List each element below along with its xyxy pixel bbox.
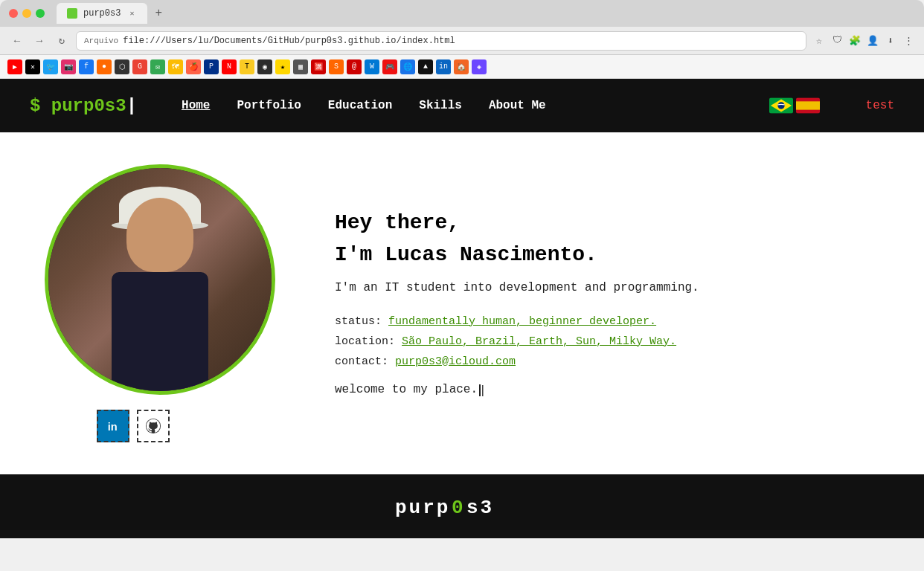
ext-3[interactable]: 🐦 bbox=[43, 59, 58, 74]
extensions-bar: ▶ ✕ 🐦 📷 f ● ⬡ G ✉ 🗺 🍎 P N T ◉ ★ ▦ 🈵 S @ … bbox=[0, 55, 924, 79]
hero-name: I'm Lucas Nascimento. bbox=[335, 243, 879, 266]
welcome-cursor: | bbox=[479, 384, 481, 396]
ext-7[interactable]: ⬡ bbox=[115, 59, 129, 74]
ext-8[interactable]: G bbox=[132, 59, 147, 74]
website-content: $ purp0s3| Home Portfolio Education Skil… bbox=[0, 79, 924, 538]
ext-5[interactable]: f bbox=[79, 59, 94, 74]
ext-4[interactable]: 📷 bbox=[61, 59, 76, 74]
nav-item-portfolio[interactable]: Portfolio bbox=[237, 99, 301, 112]
ext-17[interactable]: ▦ bbox=[293, 59, 308, 74]
refresh-button[interactable]: ↻ bbox=[54, 33, 70, 49]
hero-location: location: São Paulo, Brazil, Earth, Sun,… bbox=[335, 335, 879, 348]
logo-cursor: | bbox=[126, 96, 137, 116]
social-icons: in bbox=[45, 410, 275, 442]
github-icon[interactable] bbox=[137, 410, 170, 442]
tab-close-button[interactable]: ✕ bbox=[126, 8, 137, 19]
svg-text:0: 0 bbox=[452, 497, 466, 519]
brazil-flag[interactable] bbox=[769, 97, 793, 114]
spain-flag[interactable] bbox=[796, 97, 820, 114]
footer-logo: purp 0 s3 bbox=[15, 489, 909, 523]
hero-photo bbox=[45, 164, 275, 395]
ext-26[interactable]: 🏠 bbox=[454, 59, 469, 74]
ext-10[interactable]: 🗺 bbox=[168, 59, 183, 74]
nav-link-home[interactable]: Home bbox=[182, 99, 210, 112]
photo-placeholder bbox=[48, 168, 272, 391]
ext-27[interactable]: ◈ bbox=[472, 59, 487, 74]
ext-13[interactable]: N bbox=[222, 59, 237, 74]
minimize-button[interactable] bbox=[22, 9, 31, 18]
ext-22[interactable]: 🎮 bbox=[382, 59, 397, 74]
head bbox=[126, 198, 193, 272]
traffic-lights bbox=[9, 9, 45, 18]
welcome-text: welcome to my place. bbox=[335, 383, 478, 396]
tab-favicon bbox=[67, 8, 77, 19]
linkedin-icon[interactable]: in bbox=[97, 410, 129, 442]
hero-section: in Hey there, I'm Lucas Nascimento. I'm … bbox=[0, 132, 924, 474]
site-footer: purp 0 s3 bbox=[0, 474, 924, 538]
ext-21[interactable]: W bbox=[365, 59, 379, 74]
nav-item-skills[interactable]: Skills bbox=[419, 99, 462, 112]
nav-item-about[interactable]: About Me bbox=[489, 99, 546, 112]
extensions-icon[interactable]: 🧩 bbox=[848, 34, 862, 48]
nav-item-home[interactable]: Home bbox=[182, 99, 210, 112]
hero-status: status: fundamentally human, beginner de… bbox=[335, 315, 879, 328]
nav-test-link[interactable]: test bbox=[866, 99, 894, 112]
forward-button[interactable]: → bbox=[31, 33, 48, 49]
ext-12[interactable]: P bbox=[204, 59, 219, 74]
status-value[interactable]: fundamentally human, beginner developer. bbox=[388, 315, 656, 328]
maximize-button[interactable] bbox=[36, 9, 45, 18]
footer-logo-svg: purp 0 s3 bbox=[395, 489, 529, 519]
tab-bar: purp0s3 ✕ + bbox=[57, 3, 167, 24]
menu-icon[interactable]: ⋮ bbox=[902, 34, 915, 48]
address-bar[interactable]: Arquivo file:///Users/lu/Documents/GitHu… bbox=[76, 31, 806, 51]
nav-link-about[interactable]: About Me bbox=[489, 99, 546, 112]
ext-23[interactable]: 🌐 bbox=[400, 59, 415, 74]
site-logo: $ purp0s3| bbox=[30, 96, 137, 116]
svg-text:s3: s3 bbox=[466, 497, 494, 519]
back-button[interactable]: ← bbox=[9, 33, 25, 49]
profile-icon[interactable]: 👤 bbox=[866, 34, 879, 48]
ext-x[interactable]: ✕ bbox=[25, 59, 40, 74]
spain-flag-svg bbox=[796, 97, 820, 114]
ext-20[interactable]: @ bbox=[347, 59, 362, 74]
ext-9[interactable]: ✉ bbox=[150, 59, 165, 74]
new-tab-button[interactable]: + bbox=[150, 7, 167, 20]
hero-text: Hey there, I'm Lucas Nascimento. I'm an … bbox=[335, 211, 879, 396]
nav-link-skills[interactable]: Skills bbox=[419, 99, 462, 112]
address-url: file:///Users/lu/Documents/GitHub/purp0s… bbox=[123, 36, 455, 46]
ext-6[interactable]: ● bbox=[97, 59, 112, 74]
ext-18[interactable]: 🈵 bbox=[311, 59, 326, 74]
ext-19[interactable]: S bbox=[329, 59, 344, 74]
brazil-flag-svg bbox=[769, 97, 793, 114]
ext-25[interactable]: in bbox=[436, 59, 451, 74]
ext-14[interactable]: T bbox=[240, 59, 254, 74]
contact-value[interactable]: purp0s3@icloud.com bbox=[395, 355, 516, 368]
svg-text:purp: purp bbox=[395, 497, 450, 519]
nav-link-education[interactable]: Education bbox=[328, 99, 392, 112]
bookmark-icon[interactable]: ☆ bbox=[812, 34, 826, 48]
status-label: status: bbox=[335, 315, 382, 328]
ext-24[interactable]: ▲ bbox=[418, 59, 433, 74]
close-button[interactable] bbox=[9, 9, 18, 18]
download-icon[interactable]: ⬇ bbox=[884, 34, 897, 48]
nav-flags bbox=[769, 97, 820, 114]
active-tab[interactable]: purp0s3 ✕ bbox=[57, 3, 147, 24]
ext-11[interactable]: 🍎 bbox=[186, 59, 201, 74]
location-value[interactable]: São Paulo, Brazil, Earth, Sun, Milky Way… bbox=[402, 335, 676, 348]
site-nav: $ purp0s3| Home Portfolio Education Skil… bbox=[0, 79, 924, 132]
hero-description: I'm an IT student into development and p… bbox=[335, 281, 879, 294]
svg-rect-4 bbox=[796, 101, 820, 109]
shield-icon[interactable]: 🛡 bbox=[830, 34, 844, 48]
hero-welcome: welcome to my place.| bbox=[335, 383, 879, 396]
nav-item-education[interactable]: Education bbox=[328, 99, 392, 112]
contact-label: contact: bbox=[335, 355, 388, 368]
browser-toolbar: ← → ↻ Arquivo file:///Users/lu/Documents… bbox=[0, 27, 924, 55]
logo-text: $ purp0s3 bbox=[30, 96, 126, 116]
ext-16[interactable]: ★ bbox=[275, 59, 290, 74]
github-svg bbox=[145, 418, 161, 434]
body bbox=[112, 272, 208, 391]
nav-link-portfolio[interactable]: Portfolio bbox=[237, 99, 301, 112]
ext-15[interactable]: ◉ bbox=[257, 59, 272, 74]
ext-youtube[interactable]: ▶ bbox=[7, 59, 22, 74]
browser-window: purp0s3 ✕ + ← → ↻ Arquivo file:///Users/… bbox=[0, 0, 924, 538]
